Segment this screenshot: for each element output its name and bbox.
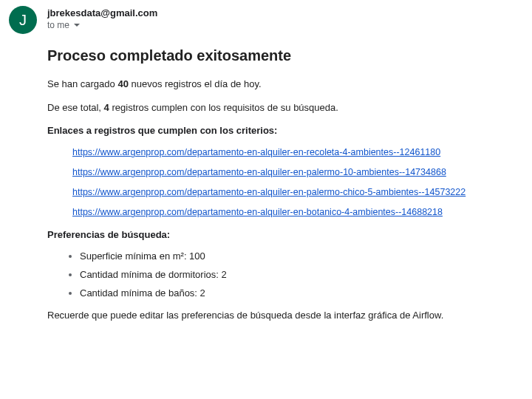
- link-row: https://www.argenprop.com/departamento-e…: [72, 186, 510, 197]
- body-title: Proceso completado exitosamente: [47, 47, 510, 64]
- recipient-label: to me: [47, 20, 69, 30]
- record-link[interactable]: https://www.argenprop.com/departamento-e…: [72, 167, 446, 177]
- loaded-count: 40: [117, 78, 128, 89]
- record-link[interactable]: https://www.argenprop.com/departamento-e…: [72, 207, 443, 217]
- prefs-heading: Preferencias de búsqueda:: [47, 229, 510, 240]
- pref-item: Cantidad mínima de dormitorios: 2: [80, 269, 510, 280]
- sender-email[interactable]: jbrekesdata@gmail.com: [47, 7, 157, 18]
- text: nuevos registros el día de hoy.: [129, 78, 262, 89]
- record-link[interactable]: https://www.argenprop.com/departamento-e…: [72, 187, 466, 197]
- text: De ese total,: [47, 102, 104, 113]
- link-row: https://www.argenprop.com/departamento-e…: [72, 166, 510, 177]
- link-row: https://www.argenprop.com/departamento-e…: [72, 146, 510, 157]
- link-row: https://www.argenprop.com/departamento-e…: [72, 206, 510, 217]
- pref-item: Cantidad mínima de baños: 2: [80, 287, 510, 299]
- email-body: Proceso completado exitosamente Se han c…: [9, 47, 517, 323]
- prefs-list: Superficie mínima en m²: 100 Cantidad mí…: [47, 250, 510, 299]
- recipient-line[interactable]: to me: [47, 20, 157, 30]
- matching-count: 4: [104, 102, 109, 113]
- text: Se han cargado: [47, 78, 117, 89]
- chevron-down-icon: [74, 24, 80, 27]
- links-heading: Enlaces a registros que cumplen con los …: [47, 125, 510, 136]
- sender-block: jbrekesdata@gmail.com to me: [47, 6, 157, 30]
- loaded-records-line: Se han cargado 40 nuevos registros el dí…: [47, 78, 510, 91]
- links-block: https://www.argenprop.com/departamento-e…: [47, 146, 510, 217]
- record-link[interactable]: https://www.argenprop.com/departamento-e…: [72, 147, 440, 157]
- footer-note: Recuerde que puede editar las preferenci…: [47, 309, 510, 322]
- pref-item: Superficie mínima en m²: 100: [80, 250, 510, 262]
- email-header: J jbrekesdata@gmail.com to me: [9, 6, 517, 34]
- email-message: J jbrekesdata@gmail.com to me Proceso co…: [0, 0, 532, 348]
- matching-records-line: De ese total, 4 registros cumplen con lo…: [47, 101, 510, 115]
- text: registros cumplen con los requisitos de …: [109, 102, 338, 113]
- avatar[interactable]: J: [9, 6, 37, 34]
